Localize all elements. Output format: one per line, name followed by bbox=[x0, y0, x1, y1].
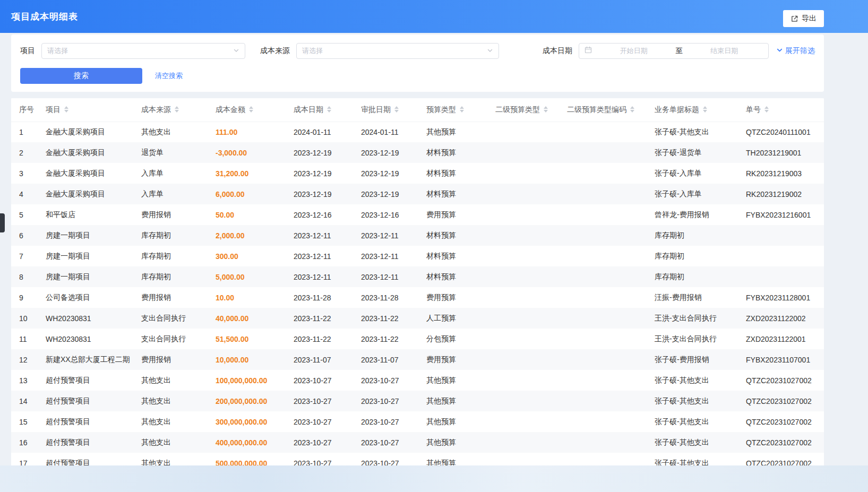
cell-doc-no: QTZC20231027002 bbox=[742, 453, 824, 473]
cell-index: 12 bbox=[11, 349, 41, 370]
cell-sub-budget-type bbox=[491, 453, 563, 473]
column-header[interactable]: 二级预算类型 bbox=[491, 98, 563, 122]
column-header[interactable]: 成本日期 bbox=[289, 98, 357, 122]
cell-approval-date: 2023-10-27 bbox=[357, 411, 422, 432]
cell-sub-budget-type bbox=[491, 122, 563, 142]
table-row[interactable]: 8 房建一期项目 库存期初 5,000.00 2023-12-11 2023-1… bbox=[11, 266, 824, 287]
table-row[interactable]: 4 金融大厦采购项目 入库单 6,000.00 2023-12-19 2023-… bbox=[11, 184, 824, 204]
cell-amount: 200,000,000.00 bbox=[211, 391, 289, 411]
cell-sub-budget-code bbox=[563, 432, 650, 453]
cell-budget-type: 人工预算 bbox=[422, 308, 491, 329]
cell-doc-no: FYBX20231107001 bbox=[742, 349, 824, 370]
cell-approval-date: 2023-10-27 bbox=[357, 432, 422, 453]
sort-carets-icon[interactable] bbox=[460, 106, 464, 113]
cell-doc-title: 曾祥龙-费用报销 bbox=[650, 204, 742, 225]
clear-search-link[interactable]: 清空搜索 bbox=[155, 71, 183, 81]
cell-project: 超付预警项目 bbox=[41, 432, 137, 453]
sort-carets-icon[interactable] bbox=[703, 106, 707, 113]
cell-budget-type: 其他预算 bbox=[422, 411, 491, 432]
project-select[interactable]: 请选择 bbox=[41, 43, 245, 59]
side-drawer-handle[interactable] bbox=[0, 213, 5, 232]
end-date-input[interactable]: 结束日期 bbox=[686, 46, 763, 56]
table-row[interactable]: 15 超付预警项目 其他支出 300,000,000.00 2023-10-27… bbox=[11, 411, 824, 432]
table-row[interactable]: 9 公司备选项目 费用报销 10.00 2023-11-28 2023-11-2… bbox=[11, 287, 824, 308]
cell-doc-no: QTZC20231027002 bbox=[742, 370, 824, 391]
table-row[interactable]: 3 金融大厦采购项目 入库单 31,200.00 2023-12-19 2023… bbox=[11, 163, 824, 184]
cell-sub-budget-code bbox=[563, 453, 650, 473]
table-row[interactable]: 10 WH20230831 支出合同执行 40,000.00 2023-11-2… bbox=[11, 308, 824, 329]
cell-cost-date: 2023-12-11 bbox=[289, 266, 357, 287]
cell-project: 房建一期项目 bbox=[41, 266, 137, 287]
cell-amount: 6,000.00 bbox=[211, 184, 289, 204]
table-row[interactable]: 14 超付预警项目 其他支出 200,000,000.00 2023-10-27… bbox=[11, 391, 824, 411]
sort-carets-icon[interactable] bbox=[249, 106, 253, 113]
cell-doc-title: 王洪-支出合同执行 bbox=[650, 308, 742, 329]
cell-doc-title: 库存期初 bbox=[650, 266, 742, 287]
column-header[interactable]: 预算类型 bbox=[422, 98, 491, 122]
sort-carets-icon[interactable] bbox=[64, 106, 68, 113]
cell-cost-date: 2023-10-27 bbox=[289, 370, 357, 391]
table-row[interactable]: 5 和平饭店 费用报销 50.00 2023-12-16 2023-12-16 … bbox=[11, 204, 824, 225]
export-button[interactable]: 导出 bbox=[783, 10, 824, 27]
table-row[interactable]: 6 房建一期项目 库存期初 2,000.00 2023-12-11 2023-1… bbox=[11, 225, 824, 246]
table-row[interactable]: 7 房建一期项目 库存期初 300.00 2023-12-11 2023-12-… bbox=[11, 246, 824, 266]
cell-project: 超付预警项目 bbox=[41, 391, 137, 411]
cell-approval-date: 2023-12-11 bbox=[357, 266, 422, 287]
cell-budget-type: 其他预算 bbox=[422, 370, 491, 391]
cell-doc-no: FYBX20231216001 bbox=[742, 204, 824, 225]
table-row[interactable]: 16 超付预警项目 其他支出 400,000,000.00 2023-10-27… bbox=[11, 432, 824, 453]
sort-carets-icon[interactable] bbox=[630, 106, 634, 113]
cost-date-range-picker[interactable]: 开始日期 至 结束日期 bbox=[579, 43, 769, 59]
search-button[interactable]: 搜索 bbox=[20, 68, 142, 84]
sort-carets-icon[interactable] bbox=[544, 106, 548, 113]
sort-carets-icon[interactable] bbox=[175, 106, 179, 113]
sort-carets-icon[interactable] bbox=[764, 106, 769, 113]
cell-amount: 10,000.00 bbox=[211, 349, 289, 370]
column-header[interactable]: 单号 bbox=[742, 98, 824, 122]
column-header-label: 成本金额 bbox=[216, 105, 245, 114]
cell-sub-budget-type bbox=[491, 308, 563, 329]
cell-source: 其他支出 bbox=[137, 122, 211, 142]
table-row[interactable]: 13 超付预警项目 其他支出 100,000,000.00 2023-10-27… bbox=[11, 370, 824, 391]
table-row[interactable]: 1 金融大厦采购项目 其他支出 111.00 2024-01-11 2024-0… bbox=[11, 122, 824, 142]
sort-carets-icon[interactable] bbox=[394, 106, 399, 113]
cell-source: 其他支出 bbox=[137, 370, 211, 391]
cost-source-select[interactable]: 请选择 bbox=[296, 43, 499, 59]
cell-sub-budget-type bbox=[491, 391, 563, 411]
cell-budget-type: 分包预算 bbox=[422, 329, 491, 349]
cell-sub-budget-type bbox=[491, 411, 563, 432]
expand-filters-link[interactable]: 展开筛选 bbox=[776, 46, 815, 56]
cell-amount: 111.00 bbox=[211, 122, 289, 142]
sort-carets-icon[interactable] bbox=[327, 106, 331, 113]
column-header[interactable]: 成本来源 bbox=[137, 98, 211, 122]
cell-approval-date: 2023-12-19 bbox=[357, 163, 422, 184]
column-header[interactable]: 项目 bbox=[41, 98, 137, 122]
column-header[interactable]: 成本金额 bbox=[211, 98, 289, 122]
start-date-input[interactable]: 开始日期 bbox=[595, 46, 673, 56]
column-header[interactable]: 业务单据标题 bbox=[650, 98, 742, 122]
table-row[interactable]: 17 超付预警项目 其他支出 500,000,000.00 2023-10-27… bbox=[11, 453, 824, 473]
cell-amount: 300,000,000.00 bbox=[211, 411, 289, 432]
cell-budget-type: 材料预算 bbox=[422, 184, 491, 204]
cell-amount: 10.00 bbox=[211, 287, 289, 308]
table-row[interactable]: 2 金融大厦采购项目 退货单 -3,000.00 2023-12-19 2023… bbox=[11, 142, 824, 163]
cost-date-filter-label: 成本日期 bbox=[543, 46, 572, 56]
table-row[interactable]: 11 WH20230831 支出合同执行 51,500.00 2023-11-2… bbox=[11, 329, 824, 349]
filter-actions: 搜索 清空搜索 bbox=[20, 68, 815, 84]
cell-approval-date: 2024-01-11 bbox=[357, 122, 422, 142]
table-row[interactable]: 12 新建XX总部大厦工程二期 费用报销 10,000.00 2023-11-0… bbox=[11, 349, 824, 370]
column-header[interactable]: 二级预算类型编码 bbox=[563, 98, 650, 122]
cell-cost-date: 2023-10-27 bbox=[289, 411, 357, 432]
cell-doc-no: ZXD20231122002 bbox=[742, 308, 824, 329]
cell-source: 入库单 bbox=[137, 184, 211, 204]
cell-cost-date: 2023-10-27 bbox=[289, 391, 357, 411]
cell-approval-date: 2023-10-27 bbox=[357, 453, 422, 473]
cell-cost-date: 2023-12-16 bbox=[289, 204, 357, 225]
column-header[interactable]: 审批日期 bbox=[357, 98, 422, 122]
cell-sub-budget-type bbox=[491, 287, 563, 308]
column-header-label: 业务单据标题 bbox=[655, 105, 699, 114]
cell-index: 10 bbox=[11, 308, 41, 329]
cell-doc-title: 张子硕-入库单 bbox=[650, 184, 742, 204]
cell-doc-title: 库存期初 bbox=[650, 225, 742, 246]
cell-amount: 300.00 bbox=[211, 246, 289, 266]
